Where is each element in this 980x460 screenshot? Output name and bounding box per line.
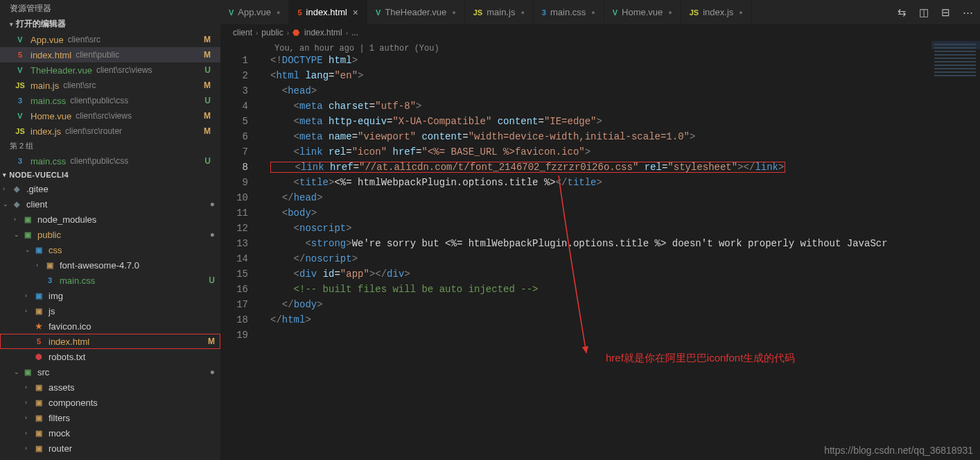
code-line[interactable]: 19 bbox=[220, 330, 980, 345]
file-path: client\public\css bbox=[70, 96, 128, 105]
chevron-right-icon: › bbox=[287, 29, 289, 37]
line-number: 10 bbox=[220, 192, 261, 203]
open-editor-item[interactable]: VApp.vueclient\srcM bbox=[0, 32, 220, 47]
file-name: Home.vue bbox=[30, 111, 71, 121]
tree-item[interactable]: 3main.cssU bbox=[0, 273, 220, 288]
split-horizontal-icon[interactable]: ⊟ bbox=[941, 6, 950, 19]
tree-item[interactable]: ★favicon.ico bbox=[0, 318, 220, 334]
line-content: <meta http-equiv="X-UA-Compatible" conte… bbox=[265, 116, 602, 127]
file-name: img bbox=[49, 291, 63, 301]
line-content: <link rel="icon" href="<%= BASE_URL %>fa… bbox=[265, 146, 590, 157]
line-content: </html> bbox=[265, 314, 311, 325]
tree-item[interactable]: ›▣mock bbox=[0, 425, 220, 441]
breadcrumb-part[interactable]: client bbox=[233, 28, 252, 37]
tab-title: Home.vue bbox=[622, 7, 663, 17]
editor-tab[interactable]: JSmain.js● bbox=[465, 0, 534, 24]
code-line[interactable]: 17 </body> bbox=[220, 299, 980, 314]
open-editor-item[interactable]: VTheHeader.vueclient\src\viewsU bbox=[0, 62, 220, 78]
editor-tab[interactable]: 5index.html× bbox=[289, 0, 367, 24]
file-name: public bbox=[37, 230, 61, 240]
code-line[interactable]: 6 <meta name="viewport" content="width=d… bbox=[220, 131, 980, 146]
tree-item[interactable]: ›▣js bbox=[0, 303, 220, 318]
file-name: css bbox=[49, 245, 62, 255]
more-icon[interactable]: ⋯ bbox=[963, 6, 973, 19]
dirty-indicator-icon: ● bbox=[739, 9, 742, 16]
file-name: index.html bbox=[30, 50, 71, 60]
line-number: 4 bbox=[220, 101, 261, 112]
explorer-title: 资源管理器 bbox=[0, 0, 220, 16]
tree-item[interactable]: ›▣components bbox=[0, 395, 220, 410]
file-type-icon: JS bbox=[14, 127, 26, 135]
code-line[interactable]: 11 <body> bbox=[220, 207, 980, 223]
minimap[interactable] bbox=[931, 41, 980, 88]
file-type-icon: 3 bbox=[44, 276, 55, 284]
editor-tab[interactable]: JSindex.js● bbox=[681, 0, 752, 24]
code-line[interactable]: 14 </noscript> bbox=[220, 253, 980, 269]
open-editor-item[interactable]: 3main.cssclient\public\cssU bbox=[0, 93, 220, 108]
breadcrumb-part[interactable]: public bbox=[261, 28, 283, 37]
open-editor-item[interactable]: JSindex.jsclient\src\routerM bbox=[0, 123, 220, 139]
line-number: 19 bbox=[220, 330, 261, 341]
tree-item[interactable]: ⬢robots.txt bbox=[0, 349, 220, 364]
split-editor-icon[interactable]: ◫ bbox=[919, 6, 929, 19]
file-type-icon: ▣ bbox=[44, 261, 55, 270]
tab-title: index.js bbox=[703, 7, 733, 17]
line-content: <strong>We're sorry but <%= htmlWebpackP… bbox=[265, 238, 888, 249]
line-content: <div id="app"></div> bbox=[265, 269, 410, 280]
editor-tab[interactable]: VApp.vue● bbox=[220, 0, 289, 24]
open-editor-item[interactable]: VHome.vueclient\src\viewsM bbox=[0, 108, 220, 123]
code-line[interactable]: 16 <!-- built files will be auto injecte… bbox=[220, 284, 980, 299]
breadcrumbs[interactable]: client › public › ⬣ index.html › ... bbox=[220, 24, 980, 41]
code-line[interactable]: 13 <strong>We're sorry but <%= htmlWebpa… bbox=[220, 238, 980, 253]
file-type-icon: ▣ bbox=[22, 230, 33, 239]
file-type-icon: 5 bbox=[33, 337, 44, 346]
tree-item[interactable]: ⌄▣css bbox=[0, 242, 220, 257]
chevron-icon: ⌄ bbox=[25, 246, 32, 253]
breadcrumb-part[interactable]: index.html bbox=[304, 28, 342, 37]
chevron-icon: › bbox=[25, 414, 32, 421]
tree-item[interactable]: ›▣node_modules bbox=[0, 212, 220, 227]
code-line[interactable]: 3 <head> bbox=[220, 85, 980, 101]
dirty-indicator-icon: ● bbox=[277, 9, 280, 16]
editor-tab[interactable]: VHome.vue● bbox=[604, 0, 681, 24]
tree-item[interactable]: ›▣img bbox=[0, 288, 220, 303]
code-area[interactable]: You, an hour ago | 1 author (You) 1<!DOC… bbox=[220, 41, 980, 460]
line-number: 2 bbox=[220, 70, 261, 81]
code-line[interactable]: 10 </head> bbox=[220, 192, 980, 207]
tree-item[interactable]: ›▣font-awesome-4.7.0 bbox=[0, 257, 220, 273]
code-line[interactable]: 1<!DOCTYPE html> bbox=[220, 55, 980, 70]
code-line[interactable]: 12 <noscript> bbox=[220, 223, 980, 238]
code-line[interactable]: 15 <div id="app"></div> bbox=[220, 269, 980, 284]
tree-item[interactable]: ⌄▣public● bbox=[0, 227, 220, 242]
chevron-icon: › bbox=[25, 384, 32, 391]
open-editor-item[interactable]: 5index.htmlclient\publicM bbox=[0, 47, 220, 62]
file-type-icon: ▣ bbox=[33, 429, 44, 438]
compare-icon[interactable]: ⇆ bbox=[898, 6, 907, 19]
code-line[interactable]: 2<html lang="en"> bbox=[220, 70, 980, 85]
project-section[interactable]: NODE-VUECLI4 bbox=[0, 169, 220, 181]
line-number: 14 bbox=[220, 253, 261, 264]
code-line[interactable]: 7 <link rel="icon" href="<%= BASE_URL %>… bbox=[220, 146, 980, 162]
code-line[interactable]: 5 <meta http-equiv="X-UA-Compatible" con… bbox=[220, 116, 980, 131]
tree-item[interactable]: ›▣filters bbox=[0, 410, 220, 425]
breadcrumb-tail[interactable]: ... bbox=[351, 28, 358, 37]
tree-item[interactable]: ›◆.gitee bbox=[0, 181, 220, 196]
tree-item[interactable]: ⌄▣src● bbox=[0, 364, 220, 380]
file-path: client\src\views bbox=[96, 65, 152, 75]
code-line[interactable]: 4 <meta charset="utf-8"> bbox=[220, 101, 980, 116]
tree-item[interactable]: ›▣router bbox=[0, 441, 220, 456]
file-name: main.css bbox=[30, 156, 66, 167]
open-editors-section[interactable]: 打开的编辑器 bbox=[0, 16, 220, 32]
code-line[interactable]: 8 <link href="//at.alicdn.com/t/font_214… bbox=[220, 162, 980, 177]
chevron-icon: › bbox=[25, 429, 32, 436]
tree-item[interactable]: 5index.htmlM bbox=[0, 334, 220, 349]
code-line[interactable]: 9 <title><%= htmlWebpackPlugin.options.t… bbox=[220, 177, 980, 192]
editor-tab[interactable]: VTheHeader.vue● bbox=[367, 0, 465, 24]
tree-item[interactable]: ⌄◆client● bbox=[0, 196, 220, 212]
open-editor-item[interactable]: JSmain.jsclient\srcM bbox=[0, 78, 220, 93]
close-icon[interactable]: × bbox=[353, 7, 358, 18]
editor-tab[interactable]: 3main.css● bbox=[534, 0, 604, 24]
code-line[interactable]: 18</html> bbox=[220, 314, 980, 330]
tree-item[interactable]: ›▣assets bbox=[0, 380, 220, 395]
open-editor-item[interactable]: 3main.cssclient\public\cssU bbox=[0, 153, 220, 169]
